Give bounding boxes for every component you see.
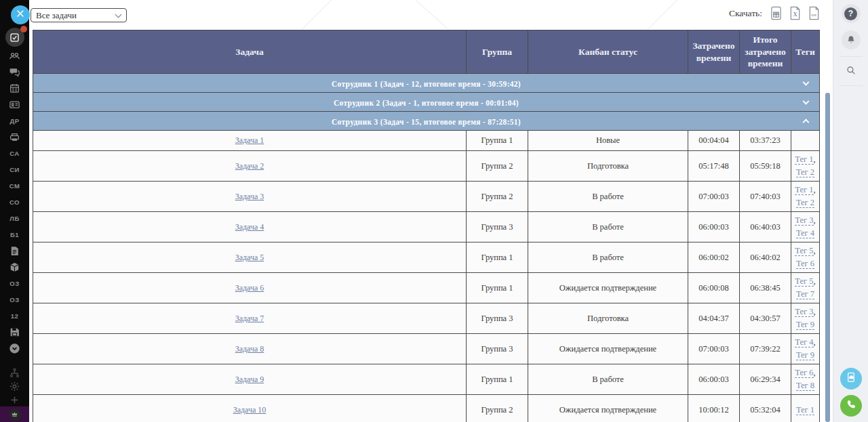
vertical-scrollbar[interactable]: [824, 0, 831, 422]
sidebar-item-oz-2[interactable]: ОЗ: [0, 291, 29, 308]
sidebar-item-label: ЛБ: [9, 215, 20, 222]
sidebar-item-document[interactable]: [0, 242, 29, 259]
floppy-icon: [9, 326, 20, 338]
column-header: Задача: [33, 30, 467, 74]
sidebar-item-b1[interactable]: Б1: [0, 226, 29, 242]
task-link[interactable]: Задача 3: [235, 192, 264, 201]
sidebar-item-settings[interactable]: [0, 379, 29, 393]
tag-link[interactable]: Тег 8: [796, 381, 814, 391]
task-link[interactable]: Задача 5: [235, 253, 264, 262]
tag-link[interactable]: Тег 2: [796, 198, 814, 208]
task-cell: Задача 8: [33, 334, 467, 364]
sidebar-item-crown[interactable]: [0, 406, 29, 422]
tag-link[interactable]: Тег 9: [796, 320, 814, 330]
group-cell: Группа 2: [467, 182, 528, 212]
tag-link[interactable]: Тег 9: [796, 350, 814, 360]
group-cell: Группа 3: [467, 334, 528, 364]
sidebar-item-lb[interactable]: ЛБ: [0, 210, 29, 226]
download-xlsx-icon[interactable]: X: [789, 6, 802, 20]
task-link[interactable]: Задача 8: [235, 344, 264, 354]
tag-link[interactable]: Тег 1: [796, 405, 814, 415]
kanban-status-cell: Ожидается подтверждение: [528, 273, 688, 303]
download-table-icon[interactable]: [770, 6, 783, 20]
tag-link[interactable]: Тег 1: [795, 154, 813, 165]
tag-link[interactable]: Тег 1: [795, 185, 813, 195]
employee-group-row[interactable]: Сотрудник 3 (Задач - 15, итоговое время …: [33, 112, 820, 131]
tag-link[interactable]: Тег 2: [796, 167, 814, 177]
sidebar-item-label: ОЗ: [9, 296, 19, 303]
sidebar-item-printer[interactable]: [0, 129, 29, 145]
total-time-cell: 05:59:18: [740, 151, 791, 182]
task-row: Задача 10Группа 2Ожидается подтверждение…: [33, 395, 820, 422]
sidebar-item-tasks[interactable]: [0, 27, 29, 47]
sidebar-item-sm[interactable]: СМ: [0, 177, 29, 194]
tag-link[interactable]: Тег 6: [795, 368, 813, 378]
time-spent-cell: 04:04:37: [688, 303, 740, 334]
sidebar-item-chat[interactable]: [0, 64, 29, 80]
kanban-status-cell: Подготовка: [528, 151, 688, 182]
tag-link[interactable]: Тег 5: [795, 276, 813, 287]
task-link[interactable]: Задача 4: [235, 222, 264, 232]
id-card-icon: [9, 99, 20, 110]
time-spent-cell: 05:17:48: [688, 151, 740, 182]
crown-icon: [9, 408, 21, 421]
column-header: Группа: [467, 30, 528, 74]
mobile-cloud-icon: [845, 371, 857, 386]
task-link[interactable]: Задача 10: [233, 405, 267, 415]
sidebar-item-label: 12: [11, 312, 19, 320]
task-link[interactable]: Задача 1: [235, 135, 264, 145]
tags-cell: Тег 1,Тег 2: [791, 151, 820, 182]
printer-icon: [9, 131, 20, 143]
sidebar-item-si[interactable]: СИ: [0, 161, 29, 177]
task-link[interactable]: Задача 9: [235, 375, 264, 384]
task-cell: Задача 6: [33, 273, 467, 303]
help-button[interactable]: ?: [842, 4, 861, 23]
sidebar-item-dr[interactable]: ДР: [0, 112, 29, 129]
download-csv-icon[interactable]: csv: [808, 6, 821, 20]
tasks-filter-select[interactable]: Все задачи: [31, 8, 127, 22]
sidebar-item-label: СО: [9, 198, 20, 206]
search-button[interactable]: [842, 62, 861, 79]
sidebar-item-save[interactable]: [0, 324, 29, 340]
tag-link[interactable]: Тег 7: [796, 289, 814, 299]
sidebar-item-users[interactable]: [0, 47, 29, 64]
sidebar-item-label: ОЗ: [9, 280, 19, 287]
sidebar-item-chevron[interactable]: [0, 340, 29, 356]
tags-cell: Тег 3,Тег 9: [791, 303, 820, 334]
sidebar-item-tree[interactable]: [0, 366, 29, 379]
tag-link[interactable]: Тег 4: [795, 337, 813, 347]
task-cell: Задача 7: [33, 303, 467, 334]
sidebar-item-so[interactable]: СО: [0, 194, 29, 210]
scrollbar-thumb[interactable]: [825, 93, 830, 422]
notifications-button[interactable]: [842, 30, 861, 49]
total-time-cell: 07:40:03: [740, 182, 791, 212]
sidebar-item-add[interactable]: [0, 393, 29, 406]
task-link[interactable]: Задача 6: [235, 283, 264, 293]
task-link[interactable]: Задача 2: [235, 161, 264, 171]
sidebar-item-sa[interactable]: СА: [0, 145, 29, 161]
sidebar-item-label: Б1: [10, 231, 19, 238]
tags-cell: Тег 1,Тег 2: [791, 182, 820, 212]
group-cell: Группа 3: [467, 212, 528, 242]
tag-link[interactable]: Тег 3: [795, 215, 813, 226]
sidebar-item-12[interactable]: 12: [0, 308, 29, 324]
mobile-app-button[interactable]: [840, 368, 862, 389]
close-button[interactable]: [11, 5, 30, 24]
tag-link[interactable]: Тег 4: [796, 228, 814, 238]
task-link[interactable]: Задача 7: [235, 314, 264, 323]
sidebar-item-oz-1[interactable]: ОЗ: [0, 275, 29, 291]
sidebar-item-id-card[interactable]: [0, 96, 29, 112]
users-icon: [9, 50, 20, 62]
tag-link[interactable]: Тег 5: [795, 246, 813, 256]
task-cell: Задача 1: [33, 131, 467, 151]
employee-group-row[interactable]: Сотрудник 1 (Задач - 12, итоговое время …: [33, 74, 820, 93]
kanban-status-cell: Ожидается подтверждение: [528, 334, 688, 364]
sidebar-item-box[interactable]: [0, 259, 29, 275]
tag-link[interactable]: Тег 3: [795, 307, 813, 317]
total-time-cell: 05:32:04: [740, 395, 791, 422]
tags-cell: Тег 6,Тег 8: [791, 364, 820, 395]
tag-link[interactable]: Тег 6: [796, 259, 814, 269]
call-button[interactable]: [840, 395, 862, 417]
sidebar-item-calendar[interactable]: [0, 80, 29, 96]
employee-group-row[interactable]: Сотрудник 2 (Задач - 1, итоговое время -…: [33, 93, 820, 112]
